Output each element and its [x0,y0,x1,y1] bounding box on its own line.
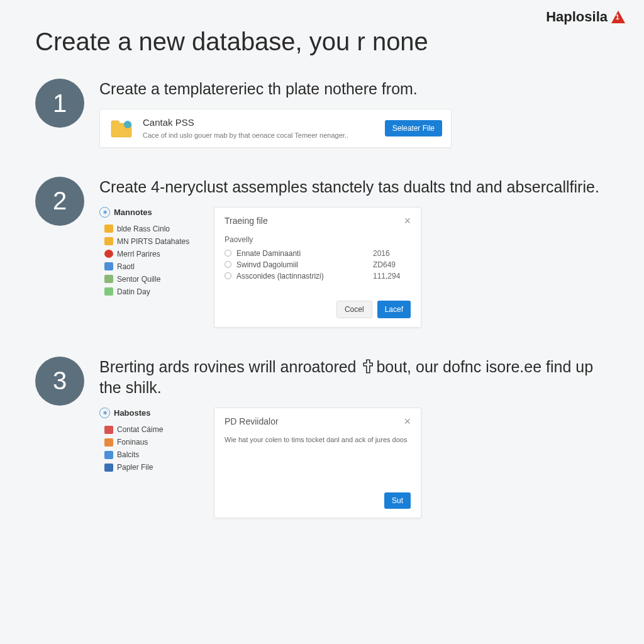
template-card: Cantak PSS Cace of ind uslo gouer mab by… [99,109,452,148]
file-icon [104,451,113,459]
revalidator-dialog: PD Reviidalor × Wie hat your colen to ti… [214,408,421,518]
template-card-title: Cantak PSS [143,117,385,128]
option-row[interactable]: Ennate Daminaanti 2016 [225,248,411,259]
step-2-heading: Create 4-neryclust assemples stanctely t… [99,177,609,198]
brand-name: Haplosila [546,9,608,25]
close-icon[interactable]: × [404,215,411,226]
tree-habostes: ✶ Habostes Contat Cáime Foninaus Balcits… [99,408,200,474]
select-file-button[interactable]: Seleater File [385,120,442,136]
step-badge-1: 1 [35,79,84,128]
tree-item-label: Merrl Parires [117,250,160,258]
option-label: Assconides (lactinnastrizi) [236,272,373,280]
tree-item-label: MN PIRTS Datahates [117,237,189,246]
step-1: 1 Create a templatereriec th plate nothe… [35,79,609,148]
svg-point-0 [124,121,131,128]
tree-item-label: Datin Day [117,287,150,296]
file-icon [104,262,113,270]
folder-icon [104,438,113,447]
step-3: 3 Brerting ards rovines wrill anroatored… [35,357,609,519]
tree-item[interactable]: Papler File [99,461,200,474]
tree-item[interactable]: Balcits [99,448,200,461]
option-value: ZD649 [373,260,411,269]
step-3-heading: Brerting ards rovines wrill anroatored 🕆… [99,357,609,399]
dialog-body-text: Wie hat your colen to tims tocket danl a… [225,436,411,474]
folder-icon [109,116,134,141]
tree-item[interactable]: MN PIRTS Datahates [99,235,200,248]
folder-icon [104,237,113,245]
tree-header: ✶ Mannotes [99,207,200,218]
radio-icon[interactable] [225,261,231,268]
tree-item[interactable]: Foninaus [99,436,200,448]
tree-item[interactable]: Merrl Parires [99,248,200,260]
option-label: Ennate Daminaanti [236,249,373,258]
tree-item[interactable]: Raotl [99,260,200,273]
option-row[interactable]: Swinvd Dagolumiil ZD649 [225,259,411,270]
tree-item[interactable]: Sentor Quille [99,273,200,286]
step-badge-3: 3 [35,357,84,406]
tree-item-label: Raotl [117,262,135,271]
radio-icon[interactable] [225,250,231,257]
tree-item[interactable]: blde Rass Cinlo [99,223,200,235]
option-value: 111,294 [373,272,411,280]
close-icon[interactable]: × [404,416,411,427]
folder-icon [104,225,113,233]
confirm-button[interactable]: Sut [384,492,411,509]
step-2: 2 Create 4-neryclust assemples stanctely… [35,177,609,328]
tree-item-label: Papler File [117,463,153,472]
tree-mannotes: ✶ Mannotes blde Rass Cinlo MN PIRTS Data… [99,207,200,298]
tree-item[interactable]: Datin Day [99,286,200,298]
step-1-heading: Create a templatereriec th plate nothere… [99,79,609,100]
file-icon [104,275,113,283]
cancel-button[interactable]: Cocel [336,301,372,318]
tree-item-label: Balcits [117,450,139,459]
option-value: 2016 [373,249,411,258]
tree-header-icon: ✶ [99,408,110,418]
tree-item-label: Foninaus [117,438,148,447]
brand: Haplosila [546,9,625,25]
dot-icon [104,250,113,258]
confirm-button[interactable]: Lacef [377,301,411,318]
tree-item-label: blde Rass Cinlo [117,225,170,233]
dialog-section-label: Paovelly [225,235,411,244]
file-icon [104,426,113,434]
tracing-file-dialog: Traeing file × Paovelly Ennate Daminaant… [214,207,421,328]
template-card-desc: Cace of ind uslo gouer mab by that oenac… [143,131,385,139]
tree-item-label: Contat Cáime [117,425,163,434]
tree-header-label: Mannotes [114,208,152,217]
tree-header-icon: ✶ [99,207,110,218]
radio-icon[interactable] [225,272,231,279]
option-row[interactable]: Assconides (lactinnastrizi) 111,294 [225,270,411,282]
step-badge-2: 2 [35,177,84,226]
file-icon [104,287,113,296]
dialog-title: PD Reviidalor [225,416,279,426]
tree-header: ✶ Habostes [99,408,200,418]
brand-logo-icon [611,11,625,23]
tree-item-label: Sentor Quille [117,275,160,284]
tree-item[interactable]: Contat Cáime [99,423,200,436]
dialog-title: Traeing file [225,216,268,226]
tree-header-label: Habostes [114,408,151,418]
file-icon [104,464,113,472]
option-label: Swinvd Dagolumiil [236,260,373,269]
